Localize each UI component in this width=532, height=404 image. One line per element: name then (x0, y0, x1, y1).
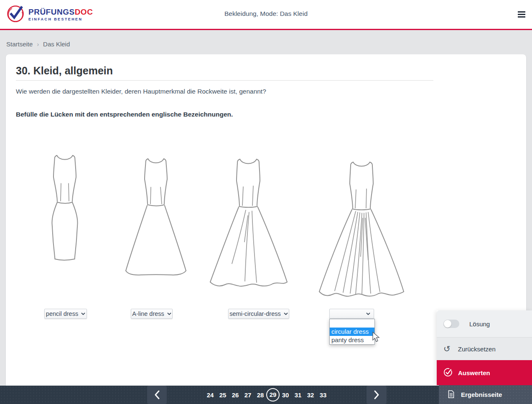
page-30[interactable]: 30 (282, 391, 289, 399)
dress2-select[interactable]: A-line dress (131, 309, 173, 319)
circular-dress-illustration (315, 159, 408, 304)
question-heading: 30. Kleid, allgemein (16, 65, 113, 77)
pencil-dress-illustration (47, 152, 82, 262)
dress4-select[interactable] (329, 309, 374, 319)
option-panty-dress[interactable]: panty dress (330, 336, 374, 344)
chevron-left-icon (154, 390, 160, 400)
solution-label: Lösung (469, 320, 490, 328)
solution-row[interactable]: Lösung (437, 310, 532, 338)
page-29-current[interactable]: 29 (266, 388, 280, 401)
header: PRÜFUNGSDOC EINFACH BESTEHEN Bekleidung,… (0, 0, 532, 29)
page-26[interactable]: 26 (232, 391, 239, 399)
prev-page-button[interactable] (147, 386, 167, 404)
action-sidebar: Lösung ↺ Zurücksetzen Auswerten (437, 310, 532, 385)
page-33[interactable]: 33 (319, 391, 327, 399)
a-line-dress-illustration (120, 155, 191, 278)
option-empty[interactable] (330, 319, 374, 328)
page-28[interactable]: 28 (257, 391, 264, 399)
semi-circular-dress-illustration (206, 156, 291, 295)
evaluate-button[interactable]: Auswerten (437, 360, 532, 385)
logo-tagline: EINFACH BESTEHEN (28, 18, 93, 21)
page-25[interactable]: 25 (219, 391, 227, 399)
chevron-down-icon (366, 313, 370, 315)
next-page-button[interactable] (367, 386, 387, 404)
dress1-select[interactable]: pencil dress (44, 309, 87, 319)
option-circular-dress[interactable]: circular dress (330, 328, 374, 336)
chevron-right-icon (374, 390, 379, 400)
solution-toggle[interactable] (443, 320, 459, 328)
page-24[interactable]: 24 (206, 391, 214, 399)
undo-icon: ↺ (443, 345, 451, 353)
reset-button[interactable]: ↺ Zurücksetzen (437, 338, 532, 360)
document-icon (448, 390, 454, 399)
page-27[interactable]: 27 (244, 391, 252, 399)
chevron-down-icon (167, 313, 171, 315)
breadcrumb-current: Das Kleid (43, 41, 70, 48)
page-32[interactable]: 32 (307, 391, 314, 399)
dress4-options-list: circular dress panty dress (329, 319, 375, 345)
header-accent-line (0, 29, 532, 30)
page-numbers: 24 25 26 27 28 29 30 31 32 33 (167, 386, 367, 404)
breadcrumb-separator-icon: › (37, 41, 39, 48)
page: PRÜFUNGSDOC EINFACH BESTEHEN Bekleidung,… (0, 0, 532, 404)
page-31[interactable]: 31 (294, 391, 302, 399)
mouse-cursor-icon (371, 331, 380, 345)
question-instruction: Befülle die Lücken mit den entsprechende… (16, 111, 233, 118)
page-title: Bekleidung, Mode: Das Kleid (0, 10, 532, 18)
dress3-select[interactable]: semi-circular-dress (228, 309, 289, 319)
chevron-down-icon (81, 313, 85, 315)
results-page-button[interactable]: Ergebnisseite (439, 385, 532, 404)
heading-divider (16, 80, 433, 81)
check-circle-icon (443, 367, 453, 379)
breadcrumb-home[interactable]: Startseite (6, 41, 33, 48)
question-text: Wie werden die dargestellten Kleider, de… (16, 88, 266, 95)
breadcrumb: Startseite › Das Kleid (6, 41, 70, 48)
chevron-down-icon (284, 313, 288, 315)
menu-icon[interactable] (518, 11, 525, 18)
